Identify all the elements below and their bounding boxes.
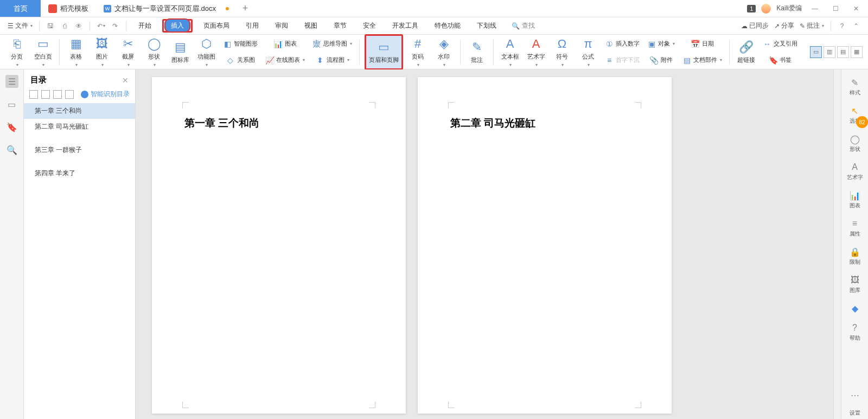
bookmark-button[interactable]: 🔖书签 — [761, 54, 800, 67]
smartshape-button[interactable]: ◧智能图形 — [221, 37, 260, 50]
rr-plugin[interactable]: ◆ — [850, 301, 860, 316]
shapes-button[interactable]: ◯形状▾ — [143, 37, 165, 67]
collapse-ribbon-icon[interactable]: ⌃ — [852, 22, 860, 30]
hyperlink-button[interactable]: 🔗超链接 — [735, 37, 757, 67]
menu-section[interactable]: 章节 — [328, 19, 352, 33]
page1-heading[interactable]: 第一章 三个和尚 — [184, 116, 373, 130]
wordart-button[interactable]: A艺术字▾ — [525, 37, 547, 67]
onlinechart-button[interactable]: 📈在线图表▾ — [263, 54, 307, 67]
outline-close-icon[interactable]: ✕ — [122, 76, 129, 85]
mindmap-button[interactable]: 🕸思维导图▾ — [310, 37, 354, 50]
approve-button[interactable]: ✎ 批注▾ — [800, 21, 824, 30]
print-preview-icon[interactable]: 👁 — [74, 22, 83, 30]
rail-search-icon[interactable]: 🔍 — [5, 143, 18, 156]
toc-item-3[interactable]: 第三章 一群猴子 — [24, 142, 135, 158]
table-button[interactable]: ▦表格▾ — [65, 37, 87, 67]
smart-toc-button[interactable]: 智能识别目录 — [81, 90, 130, 99]
page-number-button[interactable]: #页码▾ — [406, 37, 429, 67]
menu-underline[interactable]: 下划线 — [471, 19, 502, 33]
attachment-button[interactable]: 📎附件 — [645, 54, 677, 67]
view-mode-2[interactable]: ▥ — [824, 46, 835, 58]
redo-icon[interactable]: ↷ — [111, 22, 119, 30]
toc-tool-1[interactable] — [29, 90, 38, 99]
search-box[interactable]: 🔍 查找 — [512, 21, 535, 30]
view-mode-1[interactable]: ▭ — [810, 46, 822, 58]
help-icon[interactable]: ? — [838, 22, 846, 30]
textbox-button[interactable]: A文本框▾ — [499, 37, 521, 67]
user-name[interactable]: Kaili爱编 — [776, 4, 802, 13]
rr-gallery[interactable]: 🖼图库 — [850, 272, 860, 296]
picture-button[interactable]: 🖼图片▾ — [91, 37, 113, 67]
rr-chart[interactable]: 📊图表 — [850, 188, 860, 212]
print-icon[interactable]: ⎙ — [60, 22, 69, 30]
watermark-button[interactable]: ◈水印▾ — [432, 37, 455, 67]
toc-tool-4[interactable] — [65, 90, 74, 99]
rr-shape[interactable]: ◯形状 — [850, 131, 860, 155]
sync-status[interactable]: ☁ 已同步 — [741, 21, 769, 30]
page-2[interactable]: 第二章 司马光砸缸 — [418, 77, 672, 414]
rr-restrict[interactable]: 🔒限制 — [850, 244, 860, 268]
equation-button[interactable]: π公式▾ — [577, 37, 599, 67]
menu-insert[interactable]: 插入 — [164, 18, 190, 33]
toc-tool-2[interactable] — [41, 90, 50, 99]
object-button[interactable]: ▣对象▾ — [645, 37, 677, 50]
iconlib-button[interactable]: ▤图标库 — [169, 37, 192, 67]
menu-pagelayout[interactable]: 页面布局 — [198, 19, 235, 33]
menu-features[interactable]: 特色功能 — [429, 19, 466, 33]
view-mode-3[interactable]: ▤ — [837, 46, 849, 58]
toc-item-2[interactable]: 第二章 司马光砸缸 — [24, 119, 135, 135]
dropcap-button[interactable]: ≡首字下沉 — [603, 54, 642, 67]
toc-item-1[interactable]: 第一章 三个和尚 — [24, 103, 135, 119]
vertical-scrollbar[interactable] — [833, 69, 841, 419]
blank-page-button[interactable]: ▭空白页▾ — [31, 37, 54, 67]
menu-review[interactable]: 审阅 — [270, 19, 293, 33]
date-button[interactable]: 📅日期 — [680, 37, 724, 50]
share-button[interactable]: ↗ 分享 — [774, 21, 794, 30]
chart-button[interactable]: 📊图表 — [263, 37, 307, 50]
maximize-button[interactable]: ☐ — [828, 1, 843, 16]
insertnumber-button[interactable]: ①插入数字 — [603, 37, 642, 50]
tab-home[interactable]: 首页 — [0, 0, 41, 17]
flowchart-button[interactable]: ⬍流程图▾ — [310, 54, 354, 67]
page-1[interactable]: 第一章 三个和尚 — [152, 77, 406, 414]
minimize-button[interactable]: — — [807, 1, 822, 16]
rail-outline-icon[interactable]: ☰ — [5, 75, 18, 88]
menu-start[interactable]: 开始 — [133, 19, 157, 33]
rail-bookmark-icon[interactable]: 🔖 — [5, 120, 18, 134]
tab-docer[interactable]: 稻壳模板 — [41, 0, 96, 17]
toc-tool-3[interactable] — [53, 90, 62, 99]
rr-help[interactable]: ?帮助 — [850, 320, 860, 344]
tab-document[interactable]: W 文档让每一章设置不同页眉.docx — [96, 0, 237, 17]
menu-devtools[interactable]: 开发工具 — [387, 19, 424, 33]
header-footer-button[interactable]: ▭页眉和页脚 — [367, 37, 400, 67]
rr-more[interactable]: ⋯ — [850, 388, 860, 403]
rail-pane-icon[interactable]: ▭ — [5, 98, 18, 111]
page-break-button[interactable]: ⎗分页▾ — [5, 37, 28, 67]
close-button[interactable]: ✕ — [848, 1, 864, 16]
rr-property[interactable]: ≡属性 — [850, 216, 860, 240]
menu-security[interactable]: 安全 — [358, 19, 381, 33]
relation-button[interactable]: ◇关系图 — [221, 54, 260, 67]
rr-wordart[interactable]: A艺术字 — [847, 160, 863, 183]
symbol-button[interactable]: Ω符号▾ — [551, 37, 573, 67]
toc-item-4[interactable]: 第四章 羊来了 — [24, 166, 135, 181]
save-icon[interactable]: 🖫 — [46, 22, 55, 30]
comment-button[interactable]: ✎批注 — [465, 37, 488, 67]
rr-style[interactable]: ✎样式 — [850, 75, 860, 99]
screenshot-button[interactable]: ✂截屏▾ — [117, 37, 139, 67]
menu-references[interactable]: 引用 — [240, 19, 264, 33]
menu-button[interactable]: ☰ 文件 ▾ — [8, 21, 33, 30]
avatar[interactable] — [761, 4, 771, 14]
wordart-icon: A — [850, 162, 860, 173]
crossref-button[interactable]: ↔交叉引用 — [761, 37, 800, 50]
canvas[interactable]: 第一章 三个和尚 第二章 司马光砸缸 — [136, 69, 833, 419]
menu-view[interactable]: 视图 — [299, 19, 323, 33]
undo-icon[interactable]: ↶▾ — [97, 22, 105, 30]
page2-heading[interactable]: 第二章 司马光砸缸 — [450, 116, 639, 130]
notif-badge[interactable]: 1 — [747, 5, 756, 12]
smartdiagram-button[interactable]: ⬡功能图▾ — [195, 37, 218, 67]
docparts-button[interactable]: ▤文档部件▾ — [680, 54, 724, 67]
view-mode-4[interactable]: ▦ — [851, 46, 863, 58]
rr-settings[interactable]: 设置 — [850, 407, 860, 419]
tab-add[interactable]: + — [237, 0, 254, 17]
